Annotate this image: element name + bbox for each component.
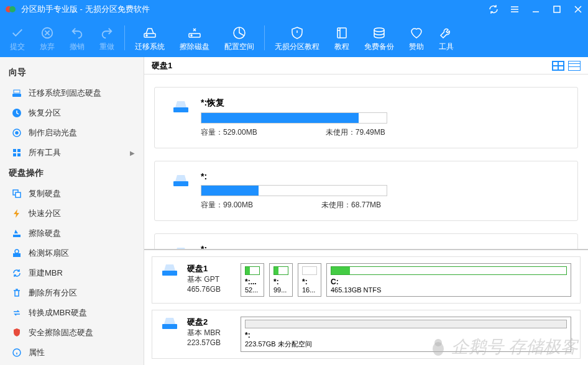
svg-rect-27	[173, 181, 188, 186]
wrench-icon	[439, 24, 454, 42]
grid-icon	[11, 147, 22, 158]
disk-size: 465.76GB	[187, 285, 232, 294]
sidebar-alltools[interactable]: 所有工具▶	[0, 143, 144, 163]
svg-point-24	[15, 250, 19, 253]
disk-row[interactable]: 硬盘2 基本 MBR 223.57GB *:223.57GB 未分配空间	[152, 310, 581, 359]
pie-icon	[232, 24, 247, 42]
info-icon	[11, 347, 22, 358]
disk-size: 223.57GB	[187, 338, 232, 347]
partition-name: *:	[201, 244, 560, 249]
svg-rect-12	[14, 90, 20, 93]
toolbar-separator	[124, 25, 125, 50]
recover-icon	[11, 107, 22, 119]
erase-icon	[187, 24, 202, 42]
drive-icon	[172, 100, 190, 138]
partition-box[interactable]: C:465.13GB NTFS	[326, 263, 571, 297]
toolbar-separator	[264, 25, 265, 50]
shield-icon	[290, 24, 305, 42]
partition-box[interactable]: *:16...	[298, 263, 321, 297]
svg-point-10	[374, 28, 384, 32]
partition-card[interactable]: *:	[154, 233, 578, 249]
course-button[interactable]: 教程	[327, 19, 357, 57]
svg-point-7	[191, 35, 192, 36]
sidebar-migrate-ssd[interactable]: 迁移系统到固态硬盘	[0, 83, 144, 103]
sidebar-wipe[interactable]: 擦除硬盘	[0, 223, 144, 243]
wipe-button[interactable]: 擦除磁盘	[172, 19, 217, 57]
sidebar-recover[interactable]: 恢复分区	[0, 103, 144, 123]
sidebar-badsector[interactable]: 检测坏扇区	[0, 243, 144, 263]
sidebar-secureerase[interactable]: 安全擦除固态硬盘	[0, 323, 144, 343]
disk-icon	[161, 263, 178, 277]
migrate-button[interactable]: 迁移系统	[127, 19, 172, 57]
chevron-right-icon: ▶	[130, 150, 135, 156]
svg-rect-30	[162, 324, 177, 329]
sidebar-rebuild[interactable]: 重建MBR	[0, 263, 144, 283]
svg-rect-17	[17, 149, 21, 152]
svg-rect-22	[13, 235, 21, 237]
convert-icon	[11, 307, 22, 318]
svg-rect-26	[173, 107, 188, 112]
svg-rect-11	[12, 94, 21, 97]
backup-button[interactable]: 免费备份	[357, 19, 402, 57]
diskops-heading: 硬盘操作	[0, 163, 144, 184]
partition-box[interactable]: *:223.57GB 未分配空间	[241, 317, 571, 352]
refresh-icon[interactable]	[489, 4, 498, 14]
view-list-icon[interactable]	[568, 61, 581, 71]
shield-icon	[11, 327, 22, 338]
disk-type: 基本 MBR	[187, 328, 232, 338]
sidebar-properties[interactable]: 属性	[0, 343, 144, 363]
detail-title: 硬盘1	[152, 60, 172, 71]
partition-name: *:恢复	[201, 97, 560, 109]
svg-rect-9	[338, 28, 346, 38]
minimize-icon[interactable]	[531, 4, 541, 14]
partition-detail: *:恢复 容量：529.00MB未使用：79.49MB *: 容量：99.00M…	[144, 74, 588, 249]
rebuild-icon	[11, 268, 22, 279]
svg-rect-19	[17, 153, 21, 156]
tools-button[interactable]: 工具	[431, 19, 461, 57]
partition-box[interactable]: *:...52...	[241, 263, 264, 297]
usage-bar	[201, 185, 387, 196]
disk-list: 硬盘1 基本 GPT 465.76GB *:...52... *:99... *…	[144, 249, 588, 365]
partition-name: *:	[201, 171, 560, 181]
partition-box[interactable]: *:99...	[269, 263, 293, 297]
scan-icon	[11, 248, 22, 259]
tutorial-button[interactable]: 无损分区教程	[267, 19, 327, 57]
partition-card[interactable]: *: 容量：99.00MB未使用：68.77MB	[154, 161, 578, 221]
sidebar-quick[interactable]: 快速分区	[0, 204, 144, 223]
sidebar-bootdisc[interactable]: 制作启动光盘	[0, 123, 144, 143]
usage-bar	[201, 112, 387, 124]
sidebar-deleteall[interactable]: 删除所有分区	[0, 283, 144, 303]
discard-button[interactable]: 放弃	[32, 19, 62, 57]
svg-rect-29	[162, 271, 177, 276]
close-icon[interactable]	[573, 4, 583, 14]
view-grid-icon[interactable]	[552, 61, 564, 71]
partition-card[interactable]: *:恢复 容量：529.00MB未使用：79.49MB	[154, 87, 578, 148]
heart-icon	[409, 24, 424, 42]
svg-rect-2	[554, 6, 560, 12]
content-header: 硬盘1	[144, 57, 588, 74]
sponsor-button[interactable]: 赞助	[402, 19, 431, 57]
titlebar: 分区助手专业版 - 无损分区免费软件	[0, 0, 588, 19]
svg-rect-23	[13, 253, 21, 257]
svg-point-1	[9, 6, 16, 12]
maximize-icon[interactable]	[552, 4, 562, 14]
undo-button[interactable]: 撤销	[62, 19, 92, 57]
sidebar-convertmbr[interactable]: 转换成MBR硬盘	[0, 303, 144, 323]
wipe-icon	[11, 228, 22, 239]
allocate-button[interactable]: 配置空间	[217, 19, 262, 57]
disk-row[interactable]: 硬盘1 基本 GPT 465.76GB *:...52... *:99... *…	[152, 256, 581, 304]
redo-button[interactable]: 重做	[92, 19, 122, 57]
svg-point-5	[146, 35, 147, 36]
commit-button[interactable]: 提交	[2, 19, 32, 57]
app-logo-icon	[5, 4, 16, 15]
menu-icon[interactable]	[510, 4, 520, 14]
wizard-heading: 向导	[0, 62, 144, 83]
sidebar-copy[interactable]: 复制硬盘	[0, 184, 144, 204]
disk-name: 硬盘2	[187, 317, 232, 328]
ssd-icon	[11, 88, 22, 99]
disc-icon	[11, 127, 22, 138]
backup-icon	[372, 24, 387, 42]
drive-icon	[142, 24, 157, 42]
cancel-icon	[40, 24, 54, 42]
disk-name: 硬盘1	[187, 263, 232, 274]
